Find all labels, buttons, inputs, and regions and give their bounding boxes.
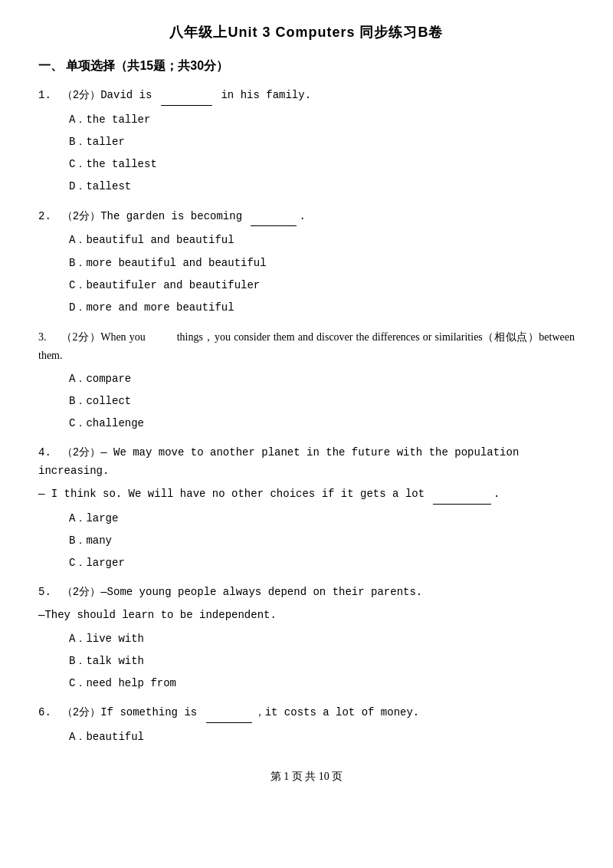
option-1c: C．the tallest bbox=[69, 155, 575, 174]
option-6a: A．beautiful bbox=[69, 728, 575, 747]
question-1-text: 1. （2分）David is in his family. bbox=[38, 87, 575, 106]
option-1d: D．tallest bbox=[69, 177, 575, 196]
option-4a: A．large bbox=[69, 509, 575, 528]
question-5-text: 5. （2分）—Some young people always depend … bbox=[38, 584, 575, 602]
page-title: 八年级上Unit 3 Computers 同步练习B卷 bbox=[38, 23, 575, 41]
option-2a: A．beautiful and beautiful bbox=[69, 231, 575, 250]
section1-header: 一、 单项选择（共15题；共30分） bbox=[38, 58, 575, 74]
option-5b: B．talk with bbox=[69, 652, 575, 671]
question-5-text2: —They should learn to be independent. bbox=[38, 607, 575, 625]
question-2: 2. （2分）The garden is becoming . A．beauti… bbox=[38, 208, 575, 318]
option-3b: B．collect bbox=[69, 392, 575, 411]
question-4-text2: — I think so. We will have no other choi… bbox=[38, 485, 575, 505]
question-6-text: 6. （2分）If something is ，it costs a lot o… bbox=[38, 704, 575, 723]
option-5a: A．live with bbox=[69, 630, 575, 649]
option-1b: B．taller bbox=[69, 133, 575, 152]
option-1a: A．the taller bbox=[69, 110, 575, 130]
question-4-text: 4. （2分）— We may move to another planet i… bbox=[38, 444, 575, 481]
question-4: 4. （2分）— We may move to another planet i… bbox=[38, 444, 575, 573]
option-2b: B．more beautiful and beautiful bbox=[69, 254, 575, 273]
option-4b: B．many bbox=[69, 531, 575, 551]
option-3a: A．compare bbox=[69, 370, 575, 389]
option-2d: D．more and more beautiful bbox=[69, 298, 575, 317]
option-3c: C．challenge bbox=[69, 414, 575, 433]
option-4c: C．larger bbox=[69, 554, 575, 573]
question-6: 6. （2分）If something is ，it costs a lot o… bbox=[38, 704, 575, 747]
question-3-text: 3. （2分）When you things，you consider them… bbox=[38, 328, 575, 365]
question-1: 1. （2分）David is in his family. A．the tal… bbox=[38, 87, 575, 197]
option-5c: C．need help from bbox=[69, 674, 575, 693]
question-5: 5. （2分）—Some young people always depend … bbox=[38, 584, 575, 693]
page-footer: 第 1 页 共 10 页 bbox=[38, 770, 575, 784]
option-2c: C．beautifuler and beautifuler bbox=[69, 276, 575, 295]
question-2-text: 2. （2分）The garden is becoming . bbox=[38, 208, 575, 227]
question-3: 3. （2分）When you things，you consider them… bbox=[38, 328, 575, 433]
